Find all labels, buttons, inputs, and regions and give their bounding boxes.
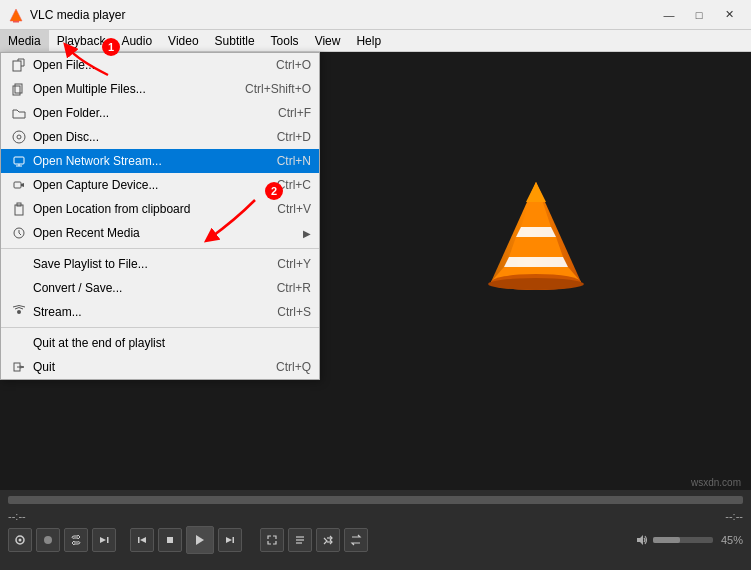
open-location-shortcut: Ctrl+V [277,202,311,216]
open-multiple-shortcut: Ctrl+Shift+O [245,82,311,96]
playback-controls: 45% [0,522,751,558]
quit-end-playlist-item[interactable]: Quit at the end of playlist [1,331,319,355]
svg-rect-2 [13,61,21,71]
open-file-item[interactable]: Open File... Ctrl+O [1,53,319,77]
save-playlist-item[interactable]: Save Playlist to File... Ctrl+Y [1,252,319,276]
menu-video[interactable]: Video [160,30,206,51]
submenu-arrow-icon: ▶ [303,228,311,239]
open-capture-device-item[interactable]: Open Capture Device... Ctrl+C [1,173,319,197]
svg-rect-10 [14,182,21,188]
menu-playback[interactable]: Playback [49,30,114,51]
skip-forward-button[interactable] [218,528,242,552]
loop2-button[interactable] [344,528,368,552]
maximize-button[interactable]: □ [685,5,713,25]
open-file-shortcut: Ctrl+O [276,58,311,72]
open-file-label: Open File... [33,58,256,72]
menu-help[interactable]: Help [348,30,389,51]
open-capture-icon [9,177,29,193]
open-folder-icon [9,105,29,121]
volume-area: 45% [635,533,743,547]
svg-marker-20 [504,257,568,267]
open-recent-media-item[interactable]: Open Recent Media ▶ [1,221,319,245]
quit-item[interactable]: Quit Ctrl+Q [1,355,319,379]
play-button[interactable] [186,526,214,554]
recent-media-label: Open Recent Media [33,226,303,240]
svg-marker-30 [100,537,106,543]
loop-button[interactable] [64,528,88,552]
menu-tools[interactable]: Tools [263,30,307,51]
svg-point-28 [19,539,22,542]
open-network-icon [9,153,29,169]
svg-point-6 [17,135,21,139]
open-multiple-label: Open Multiple Files... [33,82,225,96]
quit-icon [9,359,29,375]
open-disc-item[interactable]: Open Disc... Ctrl+D [1,125,319,149]
time-display: --:-- --:-- [0,510,751,522]
quit-label: Quit [33,360,256,374]
skip-back-button[interactable] [130,528,154,552]
convert-save-item[interactable]: Convert / Save... Ctrl+R [1,276,319,300]
svg-rect-4 [15,84,22,93]
volume-bar[interactable] [653,537,713,543]
playlist-button[interactable] [288,528,312,552]
svg-marker-19 [516,227,556,237]
menu-bar: Media Playback Audio Video Subtitle Tool… [0,30,751,52]
svg-rect-3 [13,86,20,95]
open-network-shortcut: Ctrl+N [277,154,311,168]
open-folder-shortcut: Ctrl+F [278,106,311,120]
menu-media[interactable]: Media [0,30,49,51]
svg-marker-24 [526,182,546,202]
separator-1 [1,248,319,249]
close-button[interactable]: ✕ [715,5,743,25]
open-network-stream-item[interactable]: Open Network Stream... Ctrl+N [1,149,319,173]
open-location-label: Open Location from clipboard [33,202,257,216]
quit-end-icon [9,335,29,351]
progress-bar[interactable] [8,496,743,504]
time-left: --:-- [8,510,26,522]
clipboard-icon [9,201,29,217]
media-dropdown: Open File... Ctrl+O Open Multiple Files.… [0,52,320,380]
volume-icon [635,533,649,547]
svg-rect-32 [138,537,140,543]
watermark: wsxdn.com [691,477,741,488]
title-bar: VLC media player — □ ✕ [0,0,751,30]
open-location-clipboard-item[interactable]: Open Location from clipboard Ctrl+V [1,197,319,221]
next-frame-button[interactable] [92,528,116,552]
svg-point-5 [13,131,25,143]
stop-button[interactable] [158,528,182,552]
quit-end-label: Quit at the end of playlist [33,336,311,350]
svg-marker-41 [637,535,643,545]
open-folder-item[interactable]: Open Folder... Ctrl+F [1,101,319,125]
video-area [321,52,751,432]
minimize-button[interactable]: — [655,5,683,25]
svg-rect-7 [14,157,24,164]
volume-percent: 45% [721,534,743,546]
open-capture-shortcut: Ctrl+C [277,178,311,192]
time-right: --:-- [725,510,743,522]
menu-subtitle[interactable]: Subtitle [207,30,263,51]
svg-point-15 [17,310,21,314]
stream-icon [9,304,29,320]
separator-2 [1,327,319,328]
open-multiple-files-item[interactable]: Open Multiple Files... Ctrl+Shift+O [1,77,319,101]
stream-label: Stream... [33,305,257,319]
record-button[interactable] [36,528,60,552]
bottom-bar: --:-- --:-- [0,490,751,570]
app-icon [8,7,24,23]
stream-item[interactable]: Stream... Ctrl+S [1,300,319,324]
open-disc-label: Open Disc... [33,130,257,144]
open-disc-shortcut: Ctrl+D [277,130,311,144]
save-playlist-label: Save Playlist to File... [33,257,257,271]
expand-button[interactable] [260,528,284,552]
convert-save-shortcut: Ctrl+R [277,281,311,295]
window-controls: — □ ✕ [655,5,743,25]
svg-point-29 [44,536,52,544]
open-capture-label: Open Capture Device... [33,178,257,192]
snapshot-button[interactable] [8,528,32,552]
menu-audio[interactable]: Audio [113,30,160,51]
convert-save-icon [9,280,29,296]
open-folder-label: Open Folder... [33,106,258,120]
svg-point-26 [488,278,584,290]
menu-view[interactable]: View [307,30,349,51]
random-button[interactable] [316,528,340,552]
